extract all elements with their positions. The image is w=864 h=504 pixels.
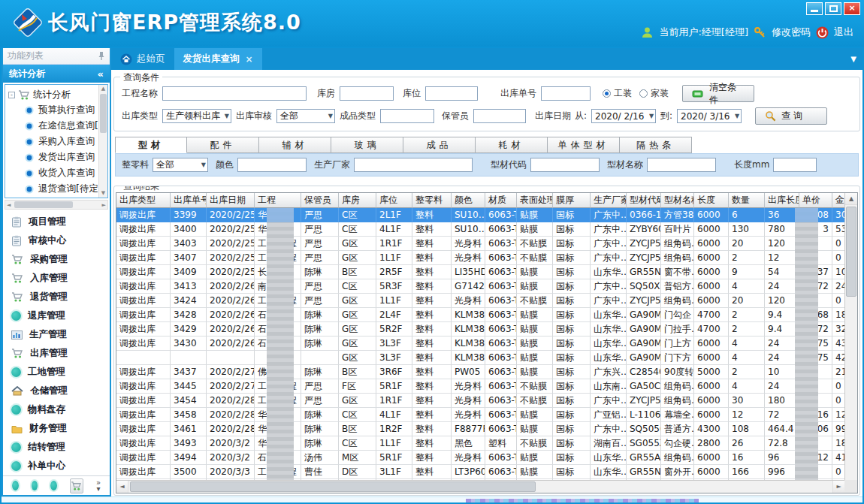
name-input[interactable]: [647, 158, 716, 172]
column-header-保管员[interactable]: 保管员: [301, 193, 339, 208]
tree-item-发货出库查询[interactable]: 发货出库查询: [8, 149, 107, 165]
footer-more-icon[interactable]: »▾: [96, 480, 101, 492]
column-header-长度[interactable]: 长度: [694, 193, 729, 208]
scroll-right-icon[interactable]: ►: [102, 201, 106, 210]
tree-scroll-thumb[interactable]: [100, 94, 107, 133]
tab-shipping-outbound-query[interactable]: 发货出库查询 ×: [174, 48, 262, 70]
date-from-select[interactable]: 2020/ 2/16▼: [591, 109, 656, 123]
sidebar-item-工地管理[interactable]: 工地管理: [3, 363, 110, 382]
table-row[interactable]: 调拨出库34242020/2/26工 共工程严思G区1L1F整料光身料6063-…: [116, 294, 844, 308]
footer-dot-icon[interactable]: [32, 481, 38, 490]
grid-scroll-left-icon[interactable]: ◄: [116, 481, 128, 493]
column-header-出库类型[interactable]: 出库类型: [116, 193, 171, 208]
footer-dot-icon[interactable]: [50, 481, 57, 490]
column-header-生产厂家[interactable]: 生产厂家: [591, 193, 627, 208]
product-type-input[interactable]: [380, 109, 434, 123]
radio-jiazhuang[interactable]: [639, 89, 648, 98]
sidebar-item-财务管理[interactable]: 财务管理: [3, 419, 110, 438]
table-row[interactable]: 调拨出库34132020/2/26南 …严思C区5R3F整料G714226063…: [116, 279, 844, 294]
table-row[interactable]: G区3L3F整料KLM38176063-T5贴膜国标山东华…GA90M09.门下…: [116, 351, 844, 365]
table-row[interactable]: 调拨出库34942020/3/2石 辉城汤伟M区5R1F整料光身料6063-T5…: [116, 451, 844, 465]
table-row[interactable]: 调拨出库34582020/2/28华 原…陈琳C区4L1F整料光身料6063-T…: [116, 408, 844, 422]
table-row[interactable]: 调拨出库34032020/2/25工 共工程严思G区1R1F整料光身料6063-…: [116, 237, 844, 251]
material-tab-隔热条[interactable]: 隔热条: [620, 137, 692, 153]
table-row[interactable]: 调拨出库34092020/2/25长 …陈琳B区2R5F整料LI35HD6063…: [116, 265, 844, 279]
zero-select[interactable]: 全部▼: [153, 158, 208, 172]
sidebar-item-补单中心[interactable]: 补单中心: [3, 457, 110, 475]
sidebar-item-审核中心[interactable]: 审核中心: [3, 231, 110, 250]
sidebar-item-入库管理[interactable]: 入库管理: [3, 269, 110, 288]
table-row[interactable]: 调拨出库34292020/2/26石 城陈琳G区5R2F整料KLM3817606…: [116, 322, 844, 337]
material-tab-玻璃[interactable]: 玻璃: [331, 137, 403, 153]
tree-item-退货查询[待定][interactable]: 退货查询[待定]: [8, 181, 107, 197]
column-header-出库长度[interactable]: 出库长度: [765, 193, 799, 208]
column-header-出库日期[interactable]: 出库日期: [207, 193, 255, 208]
column-header-型材名称[interactable]: 型材名称: [661, 193, 694, 208]
column-header-型材代码[interactable]: 型材代码: [627, 193, 661, 208]
tree-horizontal-scrollbar[interactable]: ◄ ►: [5, 200, 108, 210]
sidebar-item-退货管理[interactable]: 退货管理: [3, 288, 110, 306]
table-row[interactable]: 调拨出库33992020/2/25华 原…严思C区2L1F整料SU10…6063…: [116, 208, 844, 222]
tree-item-预算执行查询[interactable]: 预算执行查询: [8, 102, 107, 118]
column-header-库位[interactable]: 库位: [376, 193, 412, 208]
material-tab-型材[interactable]: 型材: [115, 137, 187, 153]
tree-expander-icon[interactable]: -: [8, 92, 15, 98]
footer-dot-icon[interactable]: [12, 481, 19, 490]
pin-icon[interactable]: [98, 51, 105, 61]
tree-vertical-scrollbar[interactable]: ▲ ▼: [98, 85, 107, 198]
warehouse-input[interactable]: [340, 86, 394, 101]
grid-vertical-scrollbar[interactable]: ▲: [844, 193, 857, 480]
keeper-input[interactable]: [473, 109, 526, 123]
audit-select[interactable]: 全部▼: [276, 109, 335, 123]
grid-hscroll-thumb[interactable]: [130, 481, 536, 492]
date-to-select[interactable]: 2020/ 3/16▼: [677, 109, 742, 123]
grid-horizontal-scrollbar[interactable]: ◄ ►: [116, 480, 844, 493]
change-password-link[interactable]: 修改密码: [772, 26, 811, 39]
tabstrip-dropdown-icon[interactable]: ▼: [850, 55, 856, 63]
location-input[interactable]: [425, 86, 478, 101]
sidebar-item-采购管理[interactable]: 采购管理: [3, 250, 110, 269]
tree-item-采购入库查询[interactable]: 采购入库查询: [8, 134, 107, 149]
grid-scroll-right-icon[interactable]: ►: [832, 481, 844, 493]
maximize-button[interactable]: [825, 2, 841, 15]
table-row[interactable]: 调拨出库34932020/3/2华 原…陈琳C区1L1F整料黑色塑料不贴膜国标湖…: [116, 436, 844, 451]
material-tab-单体型材[interactable]: 单体型材: [548, 137, 620, 153]
table-row[interactable]: 调拨出库34302020/2/26石 城陈琳G区3L3F整料KLM3817606…: [116, 337, 844, 351]
radio-gongzhuang[interactable]: [603, 89, 611, 98]
table-row[interactable]: 调拨出库34612020/2/28华 原…陈琳B区1R2F整料F8877FT60…: [116, 422, 844, 436]
factory-input[interactable]: [354, 158, 473, 172]
collapse-icon[interactable]: «: [98, 68, 104, 80]
tree-item-在途信息查询[待[interactable]: 在途信息查询[待: [8, 118, 107, 134]
tab-home[interactable]: 起始页: [111, 48, 174, 70]
sidebar-item-退库管理[interactable]: 退库管理: [3, 306, 110, 325]
close-button[interactable]: ×: [844, 2, 860, 15]
sidebar-item-仓储管理[interactable]: 仓储管理: [3, 382, 110, 400]
length-input[interactable]: [773, 158, 817, 172]
table-row[interactable]: 调拨出库35002020/3/3工 共工程曹佳D区3L1F整料LT3P60606…: [116, 465, 844, 479]
tree-item-退库管理[待定][interactable]: 退库管理[待定]: [8, 197, 107, 198]
table-row[interactable]: 调拨出库34372020/2/27佛 料…陈琳B区3R6F整料PW056063-…: [116, 365, 844, 379]
sidebar-item-结转管理[interactable]: 结转管理: [3, 438, 110, 457]
outbound-type-select[interactable]: 生产领料出库▼: [162, 109, 231, 123]
grid-vscroll-thumb[interactable]: [846, 207, 856, 297]
material-tab-辅材[interactable]: 辅材: [259, 137, 331, 153]
grid-scroll-up-icon[interactable]: ▲: [845, 193, 857, 205]
scroll-up-icon[interactable]: ▲: [99, 85, 107, 93]
table-row[interactable]: 调拨出库34072020/2/25工 共工程严思G区1L1F整料光身料6063-…: [116, 251, 844, 265]
sidebar-item-项目管理[interactable]: 项目管理: [3, 213, 110, 231]
search-button[interactable]: 查 询: [755, 107, 827, 125]
scroll-down-icon[interactable]: ▼: [99, 189, 107, 198]
table-row[interactable]: 调拨出库34452020/2/27工 共工程严思F区5R1F整料光身料6063-…: [116, 379, 844, 394]
sidebar-item-出库管理[interactable]: 出库管理: [3, 344, 110, 363]
footer-cart-button[interactable]: [70, 478, 83, 493]
tree-hscroll-thumb[interactable]: [14, 201, 73, 208]
table-row[interactable]: 调拨出库34542020/2/28工 共工程严思G区1R1F整料光身料6063-…: [116, 394, 844, 408]
material-tab-成品[interactable]: 成品: [403, 137, 476, 153]
project-name-input[interactable]: [162, 86, 307, 101]
column-header-库房[interactable]: 库房: [339, 193, 376, 208]
material-tab-配件[interactable]: 配件: [187, 137, 259, 153]
material-tab-耗材[interactable]: 耗材: [476, 137, 548, 153]
color-input[interactable]: [237, 158, 307, 172]
table-row[interactable]: 调拨出库34002020/2/25华 原…严思C区4L1F整料SU10…6063…: [116, 222, 844, 237]
column-header-数量[interactable]: 数量: [729, 193, 765, 208]
